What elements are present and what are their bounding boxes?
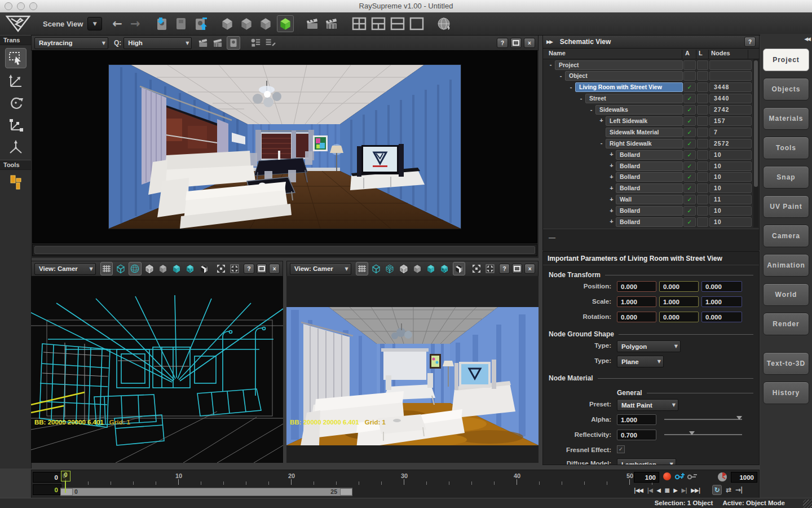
- diffuse-model-dropdown[interactable]: Lambertian▼: [617, 458, 676, 465]
- timeline-playhead[interactable]: 0: [61, 471, 70, 481]
- alpha-slider[interactable]: [664, 419, 742, 420]
- tree-row[interactable]: +Bollard✓10: [543, 205, 759, 217]
- tree-lock-cell[interactable]: [697, 217, 708, 227]
- tree-row[interactable]: +Bollard✓10: [543, 172, 759, 183]
- viewport-help-button[interactable]: ?: [499, 264, 510, 274]
- axis-tool-button[interactable]: [6, 137, 26, 156]
- tab-materials[interactable]: Materials: [763, 107, 809, 130]
- tree-toggle-icon[interactable]: -: [598, 139, 604, 146]
- tree-node-name[interactable]: Bollard: [616, 172, 683, 182]
- tree-active-check[interactable]: ✓: [683, 139, 696, 148]
- viewport-close-button[interactable]: ×: [524, 264, 535, 274]
- tree-lock-cell[interactable]: [697, 105, 708, 115]
- schematic-scrollbar[interactable]: [753, 59, 758, 227]
- remove-keyframe-icon[interactable]: [687, 472, 698, 481]
- render-movie-icon[interactable]: [212, 37, 224, 49]
- tree-node-name[interactable]: Left Sidewalk: [606, 116, 683, 126]
- tree-lock-cell[interactable]: [697, 161, 708, 171]
- play-once-button[interactable]: →|: [735, 486, 742, 494]
- tree-active-check[interactable]: ✓: [683, 161, 696, 171]
- timeline-ruler[interactable]: 01020304050: [32, 472, 663, 486]
- tree-node-name[interactable]: Bollard: [616, 217, 683, 227]
- viewport-detach-button[interactable]: [512, 264, 523, 274]
- flat-shading-icon[interactable]: [412, 262, 423, 275]
- tree-node-name[interactable]: Right Sidewalk: [606, 139, 683, 148]
- tree-lock-cell[interactable]: [697, 94, 708, 103]
- tab-objects[interactable]: Objects: [763, 78, 809, 100]
- tree-active-check[interactable]: ✓: [683, 94, 696, 103]
- select-tool-button[interactable]: [5, 48, 27, 68]
- tree-row[interactable]: -Project: [543, 59, 759, 71]
- tree-row[interactable]: -Sidewalks✓2742: [543, 104, 759, 116]
- tree-toggle-icon[interactable]: +: [598, 117, 604, 124]
- flat-shading-icon[interactable]: [157, 262, 169, 275]
- alpha-field[interactable]: [617, 414, 656, 425]
- smooth-shading-icon[interactable]: [425, 262, 436, 275]
- plane-type-dropdown[interactable]: Plane▼: [617, 356, 664, 367]
- tree-row[interactable]: -Living Room with Street View✓3448: [543, 82, 759, 93]
- play-button[interactable]: ▶: [673, 487, 677, 493]
- tree-lock-cell[interactable]: [697, 60, 708, 70]
- tree-lock-cell[interactable]: [697, 183, 708, 193]
- rotation-x-field[interactable]: [617, 312, 656, 322]
- go-to-start-button[interactable]: |◀◀: [634, 487, 643, 493]
- tree-lock-cell[interactable]: [697, 71, 708, 81]
- tree-toggle-icon[interactable]: +: [608, 207, 615, 214]
- tree-active-check[interactable]: [683, 60, 696, 70]
- scale-tool-button[interactable]: [6, 115, 26, 134]
- tree-toggle-icon[interactable]: -: [578, 95, 584, 102]
- render-canvas[interactable]: [32, 50, 537, 243]
- smooth-shading-icon[interactable]: [171, 262, 182, 275]
- timeline-range-bar[interactable]: 0 25: [60, 488, 352, 496]
- preset-dropdown[interactable]: Matt Paint▼: [617, 399, 678, 411]
- tree-lock-cell[interactable]: [697, 139, 708, 148]
- tree-active-check[interactable]: ✓: [683, 183, 696, 193]
- tab-world[interactable]: World: [763, 283, 809, 306]
- viewport-help-button[interactable]: ?: [244, 264, 254, 274]
- tree-row[interactable]: -Street✓3440: [543, 93, 759, 104]
- tree-toggle-icon[interactable]: +: [608, 173, 615, 180]
- tree-row[interactable]: +Bollard✓10: [543, 183, 759, 194]
- tree-lock-cell[interactable]: [697, 195, 708, 204]
- rotation-z-field[interactable]: [701, 312, 742, 322]
- tree-lock-cell[interactable]: [697, 150, 708, 160]
- hidden-line-shading-icon[interactable]: [398, 262, 409, 275]
- position-x-field[interactable]: [617, 281, 656, 292]
- resize-grip[interactable]: [803, 500, 812, 508]
- render-detach-button[interactable]: [510, 38, 522, 48]
- tree-node-name[interactable]: Project: [555, 60, 683, 70]
- tree-row[interactable]: -Right Sidewalk✓2572: [543, 138, 759, 149]
- restore-viewport-icon[interactable]: [229, 262, 240, 275]
- tab-tools[interactable]: Tools: [763, 137, 809, 159]
- tree-row[interactable]: +Bollard✓10: [543, 149, 759, 160]
- render-movie-button[interactable]: [324, 16, 340, 32]
- add-cube-button-2[interactable]: [239, 16, 254, 32]
- schematic-help-button[interactable]: ?: [744, 37, 756, 47]
- tab-render[interactable]: Render: [763, 313, 809, 335]
- tab-text-to-3d[interactable]: Text-to-3D: [763, 352, 809, 375]
- tree-lock-cell[interactable]: [697, 116, 708, 126]
- tree-toggle-icon[interactable]: +: [608, 162, 615, 169]
- column-lock[interactable]: L: [699, 50, 703, 56]
- tab-camera[interactable]: Camera: [763, 225, 809, 247]
- rotate-tool-button[interactable]: [6, 93, 26, 112]
- tree-active-check[interactable]: ✓: [683, 116, 696, 126]
- tree-row[interactable]: +Bollard✓10: [543, 216, 759, 227]
- render-close-button[interactable]: ×: [524, 38, 535, 48]
- quality-dropdown[interactable]: High▼: [123, 37, 192, 49]
- tab-project[interactable]: Project: [763, 49, 809, 71]
- tree-node-name[interactable]: Sidewalks: [595, 105, 683, 115]
- column-nodes[interactable]: Nodes: [711, 50, 730, 56]
- play-backward-button[interactable]: ◀: [656, 487, 660, 493]
- material-preview-icon[interactable]: [198, 262, 210, 275]
- tree-lock-cell[interactable]: [697, 128, 708, 137]
- tree-toggle-icon[interactable]: +: [608, 151, 615, 157]
- render-queue-icon[interactable]: [264, 37, 276, 49]
- tree-active-check[interactable]: ✓: [683, 105, 696, 115]
- render-still-button[interactable]: [305, 16, 321, 32]
- grid-toggle-icon[interactable]: [100, 262, 113, 275]
- add-green-cube-button[interactable]: [277, 15, 294, 32]
- tree-node-name[interactable]: Living Room with Street View: [575, 82, 683, 92]
- tree-toggle-icon[interactable]: -: [548, 61, 554, 68]
- render-history-icon[interactable]: [249, 37, 262, 49]
